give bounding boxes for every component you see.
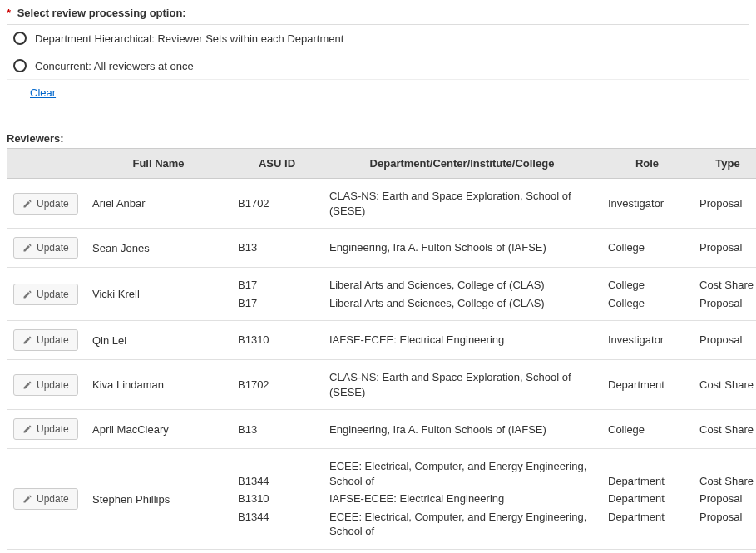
cell-asu-id-value: B1344 [238,472,316,491]
cell-dept: CLAS-NS: Earth and Space Exploration, Sc… [323,550,601,553]
cell-role-value: Investigator [608,195,686,213]
required-asterisk: * [7,7,11,19]
cell-dept-value: Engineering, Ira A. Fulton Schools of (I… [329,239,595,257]
update-button-label: Update [37,198,69,210]
cell-asu-id-value: B1702 [238,195,316,213]
table-row: UpdateAriel AnbarB1702CLAS-NS: Earth and… [7,179,756,229]
cell-full-name: Stephen Phillips [86,449,231,550]
cell-type: Proposal [693,179,756,229]
cell-asu-id: B1702B1702 [231,550,323,553]
table-row: UpdateStephen PhillipsB1344B1310B1344ECE… [7,449,756,550]
cell-dept-value: IAFSE-ECEE: Electrical Engineering [329,331,595,349]
cell-full-name: Vicki Krell [86,268,231,321]
radio-option-conc[interactable]: Concurrent: All reviewers at once [7,52,749,80]
cell-type-value: Cost Share [699,472,756,491]
cell-type-value: Cost Share [699,421,756,439]
update-button-label: Update [37,289,69,300]
cell-type: Proposal [693,321,756,360]
update-button-label: Update [37,334,69,346]
cell-dept-value: ECEE: Electrical, Computer, and Energy E… [329,457,595,490]
radio-icon [13,32,27,45]
update-button[interactable]: Update [13,374,78,396]
cell-type: Cost Share [693,410,756,449]
cell-dept-value: ECEE: Electrical, Computer, and Energy E… [329,508,595,541]
update-button[interactable]: Update [13,329,78,351]
cell-asu-id-value: B1344 [238,508,316,526]
table-row: UpdateKiva LindamanB1702CLAS-NS: Earth a… [7,360,756,410]
cell-type: Cost Share [693,360,756,410]
cell-full-name: Sean Jones [86,229,231,268]
section-header: * Select review processing option: [7,7,749,25]
update-button[interactable]: Update [13,284,78,305]
cell-dept-value: Liberal Arts and Sciences, College of (C… [329,294,595,313]
section-title: Select review processing option: [17,7,186,19]
update-button-label: Update [37,493,69,505]
cell-dept-value: IAFSE-ECEE: Electrical Engineering [329,490,595,508]
cell-role: College [601,229,693,268]
cell-role: CollegeCollege [601,268,693,321]
update-button[interactable]: Update [13,418,78,440]
cell-role: Investigator [601,179,693,229]
cell-role-value: Department [608,508,686,526]
cell-role-value: Department [608,472,686,491]
cell-role-value: Department [608,490,686,508]
cell-asu-id: B1344B1310B1344 [231,449,323,550]
reviewers-heading: Reviewers: [7,132,749,145]
update-button[interactable]: Update [13,193,78,215]
cell-dept-value: Engineering, Ira A. Fulton Schools of (I… [329,421,595,439]
cell-asu-id-value: B13 [238,421,316,439]
cell-role-value: College [608,294,686,313]
cell-full-name: Ariel Anbar [86,179,231,229]
update-button-label: Update [37,242,69,254]
cell-role: Investigator [601,321,693,360]
cell-type: Cost ShareProposal [693,550,756,553]
cell-asu-id: B1702 [231,179,323,229]
col-type: Type [693,149,756,179]
cell-role-value: College [608,239,686,257]
cell-type-value: Proposal [699,490,756,508]
edit-icon [22,424,32,434]
cell-asu-id-value: B13 [238,239,316,257]
radio-label: Department Hierarchical: Reviewer Sets w… [35,32,343,45]
cell-asu-id: B1702 [231,360,323,410]
cell-type-value: Proposal [699,239,756,257]
cell-asu-id: B17B17 [231,268,323,321]
update-button-label: Update [37,379,69,391]
cell-asu-id: B1310 [231,321,323,360]
col-actions [7,149,86,179]
edit-icon [22,380,32,390]
radio-option-hier[interactable]: Department Hierarchical: Reviewer Sets w… [7,25,749,52]
cell-asu-id-value: B17 [238,294,316,313]
cell-role: College [601,410,693,449]
table-row: UpdateQin LeiB1310IAFSE-ECEE: Electrical… [7,321,756,360]
edit-icon [22,494,32,504]
cell-type-value: Cost Share [699,376,756,394]
cell-asu-id-value: B17 [238,276,316,294]
cell-type: Cost ShareProposalProposal [693,449,756,550]
cell-dept-value: CLAS-NS: Earth and Space Exploration, Sc… [329,187,595,220]
cell-dept: ECEE: Electrical, Computer, and Energy E… [323,449,601,550]
cell-role-value: Investigator [608,331,686,349]
table-header-row: Full Name ASU ID Department/Center/Insti… [7,149,756,179]
cell-type-value: Proposal [699,195,756,213]
update-button-label: Update [37,423,69,435]
cell-asu-id: B13 [231,410,323,449]
cell-role-value: College [608,276,686,294]
table-row: UpdateApril MacClearyB13Engineering, Ira… [7,410,756,449]
cell-type: Proposal [693,229,756,268]
table-row: UpdateVicki KrellB17B17Liberal Arts and … [7,268,756,321]
cell-dept-value: CLAS-NS: Earth and Space Exploration, Sc… [329,368,595,401]
cell-asu-id: B13 [231,229,323,268]
update-button[interactable]: Update [13,237,78,259]
reviewers-table: Full Name ASU ID Department/Center/Insti… [7,148,756,553]
cell-full-name: Qin Lei [86,321,231,360]
cell-asu-id-value: B1702 [238,376,316,394]
update-button[interactable]: Update [13,488,78,510]
edit-icon [22,199,32,209]
radio-label: Concurrent: All reviewers at once [35,60,194,72]
cell-dept: CLAS-NS: Earth and Space Exploration, Sc… [323,360,601,410]
cell-dept: CLAS-NS: Earth and Space Exploration, Sc… [323,179,601,229]
clear-link[interactable]: Clear [30,86,56,99]
table-row: UpdateTeresa RobinetteB1702B1702CLAS-NS:… [7,550,756,553]
cell-role-value: Department [608,376,686,394]
